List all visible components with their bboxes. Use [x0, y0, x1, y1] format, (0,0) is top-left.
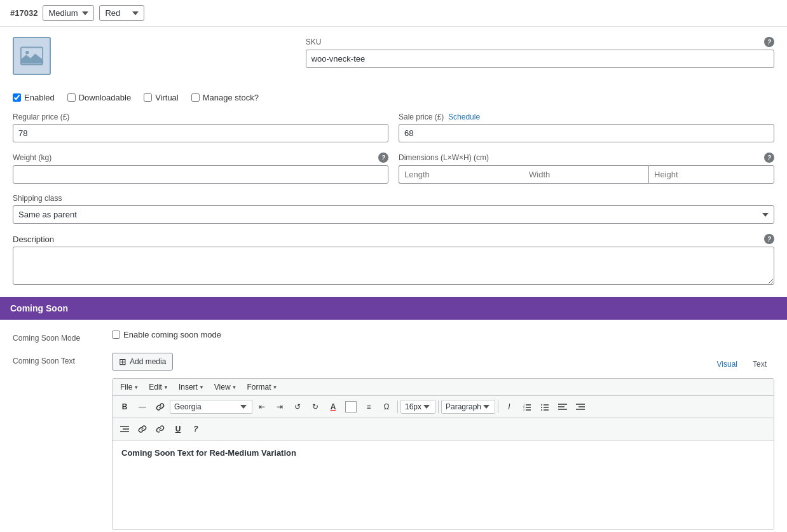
color-select[interactable]: Red Blue Green Black [99, 5, 144, 21]
variation-id: #17032 [10, 8, 38, 18]
toolbar-divider1 [397, 400, 398, 413]
coming-soon-mode-field: Enable coming soon mode [112, 330, 774, 339]
downloadable-checkbox[interactable] [67, 93, 76, 102]
indent-button[interactable] [116, 421, 133, 437]
dimensions-label: Dimensions (L×W×H) (cm) [399, 153, 489, 162]
coming-soon-text-row: Coming Soon Text ⊞ Add media Visual Text [13, 353, 774, 530]
undo-button[interactable]: ↺ [289, 399, 306, 415]
sale-price-label: Sale price (£) Schedule [399, 113, 480, 121]
schedule-link[interactable]: Schedule [448, 113, 480, 121]
underline-button[interactable]: U [170, 421, 186, 437]
toolbar-divider3 [498, 400, 498, 413]
align-left2-button[interactable] [554, 399, 571, 415]
menu-edit[interactable]: Edit ▼ [145, 381, 172, 393]
link-icon [156, 402, 165, 411]
height-input[interactable] [648, 165, 774, 184]
align-left-button[interactable]: ⇤ [254, 399, 270, 415]
font-color-button[interactable]: A [325, 399, 341, 415]
align-center-button[interactable]: ⇥ [271, 399, 288, 415]
manage-stock-label: Manage stock? [203, 93, 259, 102]
weight-dimensions-row: Weight (kg) ? Dimensions (L×W×H) (cm) ? [13, 153, 774, 184]
hr-button[interactable]: — [134, 399, 151, 415]
add-media-button[interactable]: ⊞ Add media [112, 353, 173, 371]
link-button[interactable] [152, 399, 168, 415]
enabled-checkbox-label[interactable]: Enabled [13, 93, 55, 102]
enabled-checkbox[interactable] [13, 93, 21, 102]
svg-text:3: 3 [523, 408, 525, 411]
coming-soon-mode-row: Coming Soon Mode Enable coming soon mode [13, 330, 774, 343]
top-bar: #17032 Small Medium Large XL Red Blue Gr… [0, 0, 787, 27]
tab-visual[interactable]: Visual [709, 357, 745, 372]
font-select[interactable]: Georgia Arial Times New Roman [170, 400, 252, 414]
weight-input[interactable] [13, 165, 388, 184]
virtual-checkbox[interactable] [144, 93, 152, 102]
downloadable-label: Downloadable [79, 93, 131, 102]
redo-button[interactable]: ↻ [307, 399, 324, 415]
description-section: Description ? [13, 234, 774, 287]
description-textarea[interactable] [13, 247, 774, 285]
virtual-checkbox-label[interactable]: Virtual [144, 93, 179, 102]
weight-group: Weight (kg) ? [13, 153, 388, 184]
size-select[interactable]: Small Medium Large XL [43, 5, 94, 21]
image-icon [20, 44, 43, 67]
ul-icon [540, 402, 549, 411]
align-right-icon [576, 403, 585, 411]
coming-soon-mode-checkbox[interactable] [112, 331, 120, 339]
bg-color-button[interactable] [343, 399, 359, 415]
ol-icon: 1 2 3 [523, 402, 531, 411]
menu-file[interactable]: File ▼ [116, 381, 142, 393]
link2-button[interactable] [134, 421, 151, 437]
width-input[interactable] [524, 165, 648, 184]
bold-button[interactable]: B [116, 399, 133, 415]
shipping-label: Shipping class [13, 194, 774, 203]
regular-price-input[interactable] [13, 124, 388, 142]
toolbar-row1: B — Georgia Arial Tim [113, 396, 774, 418]
menu-insert[interactable]: Insert ▼ [175, 381, 208, 393]
downloadable-checkbox-label[interactable]: Downloadable [67, 93, 131, 102]
color-swatch [345, 401, 357, 413]
virtual-label: Virtual [155, 93, 179, 102]
svg-point-1 [25, 51, 29, 54]
dimensions-help-icon[interactable]: ? [764, 153, 774, 163]
add-media-label: Add media [130, 357, 166, 366]
size-select-editor[interactable]: 16px 12px 14px 18px [400, 400, 435, 414]
sku-help-icon[interactable]: ? [764, 37, 774, 47]
sku-label: SKU [306, 38, 322, 46]
unlink-button[interactable] [152, 421, 168, 437]
price-row: Regular price (£) Sale price (£) Schedul… [13, 113, 774, 142]
menu-format[interactable]: Format ▼ [243, 381, 282, 393]
manage-stock-checkbox[interactable] [191, 93, 200, 102]
ol-button[interactable]: 1 2 3 [519, 399, 535, 415]
align-all-button[interactable]: ≡ [360, 399, 377, 415]
coming-soon-text-field: ⊞ Add media Visual Text File ▼ [112, 353, 774, 530]
page-wrapper: #17032 Small Medium Large XL Red Blue Gr… [0, 0, 787, 532]
editor-body[interactable]: Coming Soon Text for Red-Medium Variatio… [113, 440, 774, 529]
omega-button[interactable]: Ω [378, 399, 395, 415]
sale-price-group: Sale price (£) Schedule [399, 113, 774, 142]
weight-help-icon[interactable]: ? [378, 153, 388, 163]
description-help-icon[interactable]: ? [764, 234, 774, 244]
tab-text[interactable]: Text [745, 357, 774, 372]
coming-soon-mode-label: Coming Soon Mode [13, 330, 102, 343]
align-left-icon [558, 403, 567, 411]
coming-soon-content: Coming Soon Mode Enable coming soon mode… [13, 320, 774, 532]
italic-button[interactable]: I [501, 399, 517, 415]
ul-button[interactable] [537, 399, 553, 415]
coming-soon-mode-checkbox-label[interactable]: Enable coming soon mode [112, 330, 774, 339]
manage-stock-checkbox-label[interactable]: Manage stock? [191, 93, 259, 102]
product-image[interactable] [13, 37, 51, 75]
align-right-button[interactable] [572, 399, 589, 415]
paragraph-select[interactable]: Paragraph Heading 1 Heading 2 [441, 400, 495, 414]
editor-menubar: File ▼ Edit ▼ Insert ▼ View ▼ Format ▼ [113, 379, 774, 396]
checkbox-row: Enabled Downloadable Virtual Manage stoc… [13, 93, 774, 102]
length-input[interactable] [399, 165, 524, 184]
editor-content[interactable]: Coming Soon Text for Red-Medium Variatio… [121, 448, 765, 458]
weight-label: Weight (kg) [13, 153, 51, 162]
link2-icon [138, 425, 147, 433]
menu-view[interactable]: View ▼ [210, 381, 241, 393]
sale-price-input[interactable] [399, 124, 774, 142]
sku-input[interactable] [306, 50, 774, 68]
help-btn[interactable]: ? [188, 421, 204, 437]
shipping-select[interactable]: Same as parent No shipping class [13, 205, 774, 224]
sku-group: SKU ? [306, 37, 774, 83]
